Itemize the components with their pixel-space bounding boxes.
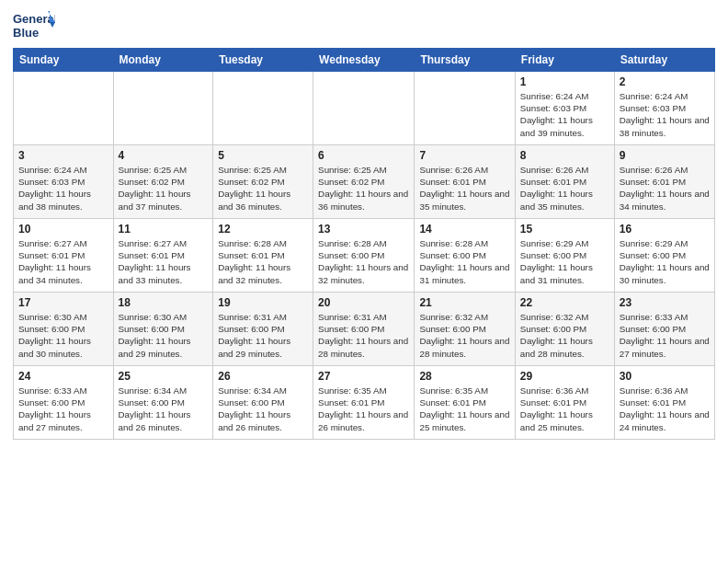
day-number: 21: [419, 296, 509, 309]
day-number: 13: [318, 223, 409, 236]
day-number: 12: [218, 223, 308, 236]
general-blue-logo: GeneralBlue: [13, 9, 55, 42]
day-number: 7: [419, 149, 509, 162]
day-info: Sunrise: 6:25 AM Sunset: 6:02 PM Dayligh…: [119, 164, 209, 213]
day-info: Sunrise: 6:36 AM Sunset: 6:01 PM Dayligh…: [520, 385, 609, 433]
day-info: Sunrise: 6:34 AM Sunset: 6:00 PM Dayligh…: [218, 385, 308, 433]
day-info: Sunrise: 6:27 AM Sunset: 6:01 PM Dayligh…: [18, 237, 108, 286]
calendar-cell: [415, 72, 515, 145]
day-info: Sunrise: 6:32 AM Sunset: 6:00 PM Dayligh…: [520, 311, 609, 360]
calendar-cell: 20Sunrise: 6:31 AM Sunset: 6:00 PM Dayli…: [313, 293, 415, 366]
day-info: Sunrise: 6:26 AM Sunset: 6:01 PM Dayligh…: [620, 164, 710, 213]
day-number: 28: [419, 370, 509, 383]
day-number: 6: [318, 149, 409, 162]
day-info: Sunrise: 6:30 AM Sunset: 6:00 PM Dayligh…: [18, 311, 108, 360]
day-info: Sunrise: 6:26 AM Sunset: 6:01 PM Dayligh…: [419, 164, 509, 213]
day-info: Sunrise: 6:28 AM Sunset: 6:00 PM Dayligh…: [419, 237, 509, 286]
day-number: 19: [218, 296, 308, 309]
logo: GeneralBlue: [13, 9, 55, 42]
header: GeneralBlue: [13, 9, 715, 42]
day-number: 30: [620, 370, 710, 383]
day-info: Sunrise: 6:31 AM Sunset: 6:00 PM Dayligh…: [218, 311, 308, 360]
col-header-friday: Friday: [515, 49, 614, 72]
calendar-cell: 29Sunrise: 6:36 AM Sunset: 6:01 PM Dayli…: [515, 366, 614, 440]
day-info: Sunrise: 6:29 AM Sunset: 6:00 PM Dayligh…: [620, 237, 710, 286]
calendar-cell: 25Sunrise: 6:34 AM Sunset: 6:00 PM Dayli…: [113, 366, 213, 440]
day-number: 24: [18, 370, 108, 383]
col-header-thursday: Thursday: [415, 49, 515, 72]
day-number: 17: [18, 296, 108, 309]
day-number: 29: [520, 370, 609, 383]
day-number: 1: [520, 75, 609, 88]
day-info: Sunrise: 6:35 AM Sunset: 6:01 PM Dayligh…: [419, 385, 509, 433]
day-info: Sunrise: 6:25 AM Sunset: 6:02 PM Dayligh…: [218, 164, 308, 213]
calendar-cell: 6Sunrise: 6:25 AM Sunset: 6:02 PM Daylig…: [313, 145, 415, 219]
calendar-cell: [113, 72, 213, 145]
calendar-cell: [14, 72, 114, 145]
day-info: Sunrise: 6:28 AM Sunset: 6:00 PM Dayligh…: [318, 237, 409, 286]
day-number: 4: [119, 149, 209, 162]
calendar-cell: 23Sunrise: 6:33 AM Sunset: 6:00 PM Dayli…: [614, 293, 714, 366]
calendar-cell: 12Sunrise: 6:28 AM Sunset: 6:01 PM Dayli…: [213, 219, 313, 293]
day-info: Sunrise: 6:24 AM Sunset: 6:03 PM Dayligh…: [520, 90, 609, 139]
day-info: Sunrise: 6:27 AM Sunset: 6:01 PM Dayligh…: [119, 237, 209, 286]
calendar-cell: 26Sunrise: 6:34 AM Sunset: 6:00 PM Dayli…: [213, 366, 313, 440]
calendar-cell: 15Sunrise: 6:29 AM Sunset: 6:00 PM Dayli…: [515, 219, 614, 293]
calendar-cell: 7Sunrise: 6:26 AM Sunset: 6:01 PM Daylig…: [415, 145, 515, 219]
calendar-cell: 27Sunrise: 6:35 AM Sunset: 6:01 PM Dayli…: [313, 366, 415, 440]
day-info: Sunrise: 6:25 AM Sunset: 6:02 PM Dayligh…: [318, 164, 409, 213]
calendar-week-1: 1Sunrise: 6:24 AM Sunset: 6:03 PM Daylig…: [14, 72, 715, 145]
day-info: Sunrise: 6:33 AM Sunset: 6:00 PM Dayligh…: [18, 385, 108, 433]
calendar-cell: 2Sunrise: 6:24 AM Sunset: 6:03 PM Daylig…: [614, 72, 714, 145]
calendar-cell: 24Sunrise: 6:33 AM Sunset: 6:00 PM Dayli…: [14, 366, 114, 440]
calendar-cell: 21Sunrise: 6:32 AM Sunset: 6:00 PM Dayli…: [415, 293, 515, 366]
day-info: Sunrise: 6:28 AM Sunset: 6:01 PM Dayligh…: [218, 237, 308, 286]
calendar-cell: 13Sunrise: 6:28 AM Sunset: 6:00 PM Dayli…: [313, 219, 415, 293]
calendar-cell: 9Sunrise: 6:26 AM Sunset: 6:01 PM Daylig…: [614, 145, 714, 219]
day-number: 10: [18, 223, 108, 236]
calendar-cell: 1Sunrise: 6:24 AM Sunset: 6:03 PM Daylig…: [515, 72, 614, 145]
col-header-saturday: Saturday: [614, 49, 714, 72]
day-info: Sunrise: 6:24 AM Sunset: 6:03 PM Dayligh…: [18, 164, 108, 213]
day-info: Sunrise: 6:30 AM Sunset: 6:00 PM Dayligh…: [119, 311, 209, 360]
day-info: Sunrise: 6:33 AM Sunset: 6:00 PM Dayligh…: [620, 311, 710, 360]
col-header-sunday: Sunday: [14, 49, 114, 72]
day-number: 27: [318, 370, 409, 383]
day-info: Sunrise: 6:31 AM Sunset: 6:00 PM Dayligh…: [318, 311, 409, 360]
day-number: 15: [520, 223, 609, 236]
day-info: Sunrise: 6:35 AM Sunset: 6:01 PM Dayligh…: [318, 385, 409, 433]
day-info: Sunrise: 6:24 AM Sunset: 6:03 PM Dayligh…: [620, 90, 710, 139]
calendar-header-row: SundayMondayTuesdayWednesdayThursdayFrid…: [14, 49, 715, 72]
calendar-week-2: 3Sunrise: 6:24 AM Sunset: 6:03 PM Daylig…: [14, 145, 715, 219]
day-number: 20: [318, 296, 409, 309]
day-info: Sunrise: 6:32 AM Sunset: 6:00 PM Dayligh…: [419, 311, 509, 360]
day-number: 9: [620, 149, 710, 162]
page-container: GeneralBlue SundayMondayTuesdayWednesday…: [0, 0, 728, 449]
calendar-cell: 11Sunrise: 6:27 AM Sunset: 6:01 PM Dayli…: [113, 219, 213, 293]
calendar-table: SundayMondayTuesdayWednesdayThursdayFrid…: [13, 48, 715, 440]
svg-text:Blue: Blue: [13, 26, 39, 40]
calendar-cell: 18Sunrise: 6:30 AM Sunset: 6:00 PM Dayli…: [113, 293, 213, 366]
day-number: 16: [620, 223, 710, 236]
calendar-cell: 5Sunrise: 6:25 AM Sunset: 6:02 PM Daylig…: [213, 145, 313, 219]
day-number: 18: [119, 296, 209, 309]
day-number: 8: [520, 149, 609, 162]
day-info: Sunrise: 6:26 AM Sunset: 6:01 PM Dayligh…: [520, 164, 609, 213]
day-number: 22: [520, 296, 609, 309]
calendar-cell: 19Sunrise: 6:31 AM Sunset: 6:00 PM Dayli…: [213, 293, 313, 366]
calendar-cell: [313, 72, 415, 145]
day-number: 2: [620, 75, 710, 88]
day-info: Sunrise: 6:34 AM Sunset: 6:00 PM Dayligh…: [119, 385, 209, 433]
calendar-cell: 4Sunrise: 6:25 AM Sunset: 6:02 PM Daylig…: [113, 145, 213, 219]
col-header-tuesday: Tuesday: [213, 49, 313, 72]
day-number: 3: [18, 149, 108, 162]
calendar-cell: 3Sunrise: 6:24 AM Sunset: 6:03 PM Daylig…: [14, 145, 114, 219]
day-info: Sunrise: 6:29 AM Sunset: 6:00 PM Dayligh…: [520, 237, 609, 286]
calendar-cell: 28Sunrise: 6:35 AM Sunset: 6:01 PM Dayli…: [415, 366, 515, 440]
day-number: 25: [119, 370, 209, 383]
calendar-cell: [213, 72, 313, 145]
day-info: Sunrise: 6:36 AM Sunset: 6:01 PM Dayligh…: [620, 385, 710, 433]
svg-text:General: General: [13, 12, 55, 26]
day-number: 23: [620, 296, 710, 309]
calendar-week-3: 10Sunrise: 6:27 AM Sunset: 6:01 PM Dayli…: [14, 219, 715, 293]
